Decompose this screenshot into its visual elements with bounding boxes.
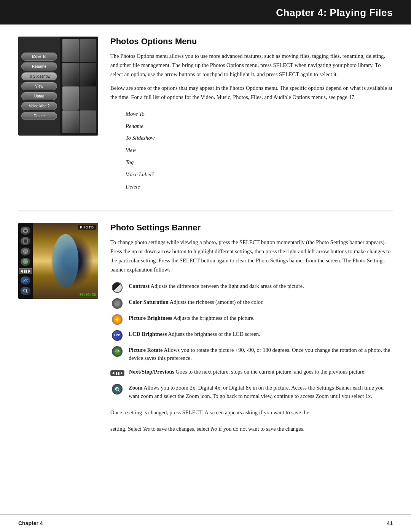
setting-next-stop-prev: Next/Stop/Previous Goes to the next pict…	[110, 368, 393, 379]
color-saturation-text: Color Saturation Adjusts the richness (a…	[129, 298, 393, 307]
setting-picture-rotate: Picture Rotate Allows you to rotate the …	[110, 346, 393, 363]
menu-btn-rename: Rename	[21, 62, 57, 70]
svg-rect-24	[118, 372, 119, 375]
contrast-text: Contrast Adjusts the difference between …	[129, 282, 393, 291]
picture-rotate-text: Picture Rotate Allows you to rotate the …	[129, 346, 393, 363]
zoom-icon-wrapper	[110, 384, 124, 395]
sidebar-icon-zoom	[21, 287, 30, 295]
contrast-desc: Adjusts the difference between the light…	[151, 283, 304, 289]
lcd-brightness-label: LCD Brightness	[129, 331, 167, 337]
no-text: No	[211, 426, 217, 432]
svg-line-28	[118, 390, 119, 391]
contrast-icon	[112, 282, 123, 293]
option-item-tag: Tag	[126, 157, 393, 169]
sidebar-icon-2	[21, 237, 30, 245]
section-divider	[18, 211, 393, 211]
chapter-title: Chapter 4: Playing Files	[276, 7, 393, 18]
sidebar-icon-lcd: LCD	[21, 276, 30, 284]
photo-settings-text: Photo Settings Banner To change photo se…	[110, 223, 393, 439]
thumbnail-5	[62, 86, 79, 110]
sidebar-icon-3: ☼	[21, 248, 30, 256]
picture-rotate-desc: Allows you to rotate the picture +90, -9…	[129, 347, 390, 361]
svg-marker-7	[21, 270, 22, 273]
closing-text-1: Once a setting is changed, press SELECT.…	[110, 408, 393, 417]
photo-timestamp: 00:09:38	[80, 293, 96, 297]
photos-options-text: Photos Options Menu The Photos Options m…	[110, 37, 393, 193]
sidebar-icon-4	[21, 258, 30, 266]
zoom-label: Zoom	[129, 385, 142, 391]
photos-options-desc1: The Photos Options menu allows you to us…	[110, 52, 393, 79]
picture-brightness-label: Picture Brightness	[129, 315, 172, 321]
option-item-delete: Delete	[126, 181, 393, 193]
nextprev-icon-wrapper	[110, 368, 124, 379]
menu-btn-to-slideshow: To Slideshow	[21, 72, 57, 80]
next-stop-prev-icon	[110, 370, 124, 376]
thumbnail-1	[62, 39, 79, 62]
option-item-rename: Rename	[126, 120, 393, 133]
option-item-view: View	[126, 144, 393, 157]
option-item-voice-label: Voice Label?	[126, 169, 393, 181]
svg-rect-10	[26, 270, 27, 273]
thumbnail-2	[80, 39, 96, 62]
next-stop-prev-desc: Goes to the next picture, stops on the c…	[176, 369, 366, 375]
menu-btn-view: View	[21, 82, 57, 90]
settings-list: Contrast Adjusts the difference between …	[110, 282, 393, 401]
sidebar-icon-1	[21, 227, 30, 235]
svg-point-13	[24, 289, 27, 292]
menu-mockup: Move To Rename To Slideshow View Untag V…	[18, 37, 98, 136]
photo-sidebar: ☼ LCD	[18, 223, 33, 299]
footer-chapter: Chapter 4	[18, 520, 43, 526]
contrast-label: Contrast	[129, 283, 150, 289]
picture-brightness-icon	[112, 314, 123, 325]
color-saturation-label: Color Saturation	[129, 299, 169, 305]
menu-btn-move-to: Move To	[21, 53, 57, 61]
zoom-icon	[112, 384, 123, 395]
lcd-icon-wrapper: LCD	[110, 330, 124, 341]
zoom-desc: Allows you to zoom 2x, Digital 4x, or Di…	[129, 385, 384, 399]
svg-rect-9	[24, 270, 25, 273]
brightness-icon-wrapper	[110, 314, 124, 325]
photos-options-heading: Photos Options Menu	[110, 37, 393, 46]
color-saturation-icon	[112, 298, 123, 309]
thumbnail-6	[80, 86, 96, 110]
setting-color-saturation: Color Saturation Adjusts the richness (a…	[110, 298, 393, 309]
setting-contrast: Contrast Adjusts the difference between …	[110, 282, 393, 293]
option-item-to-slideshow: To Slideshow	[126, 132, 393, 144]
chapter-header: Chapter 4: Playing Files	[0, 0, 411, 25]
main-content: Move To Rename To Slideshow View Untag V…	[0, 25, 411, 463]
svg-marker-11	[29, 270, 30, 273]
picture-brightness-text: Picture Brightness Adjusts the brightnes…	[129, 314, 393, 323]
svg-marker-25	[121, 372, 123, 375]
photos-options-desc2: Below are some of the options that may a…	[110, 84, 393, 102]
footer-page-number: 41	[387, 520, 393, 526]
photo-settings-heading: Photo Settings Banner	[110, 223, 393, 233]
photos-options-image: Move To Rename To Slideshow View Untag V…	[18, 37, 98, 193]
yes-text: Yes	[143, 426, 150, 432]
menu-btn-delete: Delete	[21, 112, 57, 120]
svg-point-15	[116, 318, 118, 321]
picture-brightness-desc: Adjusts the brightness of the picture.	[173, 315, 254, 321]
next-stop-prev-label: Next/Stop/Previous	[129, 369, 174, 375]
color-saturation-desc: Adjusts the richness (amount) of the col…	[170, 299, 264, 305]
photo-settings-image: ☼ LCD	[18, 223, 98, 439]
menu-thumbnails	[60, 37, 98, 136]
closing-text-2: setting. Select Yes to save the changes,…	[110, 425, 393, 434]
photo-arch-image	[33, 223, 98, 299]
thumbnail-3	[62, 63, 79, 86]
thumbnail-7	[62, 110, 79, 134]
photo-main-area: PHOTO 00:09:38	[33, 223, 98, 299]
photos-options-section: Move To Rename To Slideshow View Untag V…	[18, 37, 393, 193]
lcd-brightness-desc: Adjusts the brightness of the LCD screen…	[168, 331, 260, 337]
thumbnail-8	[80, 110, 96, 134]
photo-label: PHOTO	[78, 225, 96, 230]
menu-buttons-column: Move To Rename To Slideshow View Untag V…	[18, 37, 60, 136]
color-icon-wrapper	[110, 298, 124, 309]
setting-lcd-brightness: LCD LCD Brightness Adjusts the brightnes…	[110, 330, 393, 341]
lcd-brightness-text: LCD Brightness Adjusts the brightness of…	[129, 330, 393, 339]
picture-rotate-label: Picture Rotate	[129, 347, 163, 353]
svg-marker-21	[112, 372, 114, 375]
menu-btn-untag: Untag	[21, 92, 57, 100]
option-item-move-to: Move To	[126, 108, 393, 120]
svg-text:☼: ☼	[24, 250, 27, 253]
lcd-brightness-icon: LCD	[112, 330, 123, 341]
